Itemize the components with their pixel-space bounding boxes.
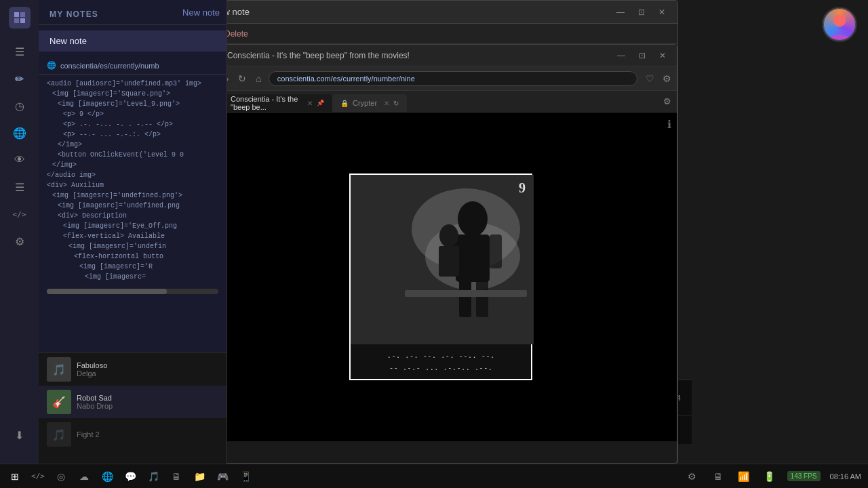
new-note-button[interactable]: New note [182, 7, 220, 18]
info-button[interactable]: ℹ [667, 118, 671, 131]
tab-label: Conscientia - It's the "beep be... [231, 95, 303, 111]
tab-pin-icon: 📌 [317, 100, 324, 106]
download-icon[interactable]: ⬇ [7, 423, 32, 447]
playlist-item[interactable]: 🎵 Fabuloso Delga [39, 353, 226, 386]
code-line: <img [imagesrc]='Eye_Off.png [47, 221, 218, 231]
svg-rect-14 [439, 246, 459, 277]
note-item[interactable]: New note [39, 30, 226, 52]
history-icon[interactable]: ◷ [7, 94, 32, 118]
maximize-button[interactable]: ⊡ [634, 6, 649, 18]
code-line: <img [imagesrc]='Level_9.png'> [47, 99, 218, 109]
tab-label: Crypter [353, 99, 377, 107]
notes-header: MY NOTES New note [39, 0, 226, 25]
svg-rect-12 [476, 280, 488, 317]
playlist-artist: Delga [77, 369, 107, 378]
browser-tabs: 🔒 Conscientia - It's the "beep be... ✕ 📌… [205, 91, 677, 113]
browser-tab-active[interactable]: 🔒 Conscientia - It's the "beep be... ✕ 📌 [210, 94, 332, 112]
svg-point-13 [439, 224, 458, 247]
code-line: <button OnClickEvent('Level 9 0 [47, 150, 218, 160]
svg-rect-8 [456, 235, 490, 282]
eye-icon[interactable]: 👁 [7, 148, 32, 172]
code-scrollbar[interactable] [47, 289, 218, 294]
avatar-image [823, 7, 856, 42]
taskbar-monitor-icon[interactable]: 🖥 [168, 468, 184, 485]
taskbar-wifi-icon[interactable]: 📶 [736, 468, 752, 485]
playlist-item[interactable]: 🎸 Robot Sad Nabo Drop [39, 386, 226, 418]
code-line: <flex-vertical> Available [47, 231, 218, 241]
main-titlebar: New note — ⊡ ✕ [204, 1, 677, 24]
svg-rect-0 [14, 12, 19, 17]
playlist-text: Fabuloso Delga [77, 361, 107, 378]
code-line: </img> [47, 160, 218, 170]
minimize-button[interactable]: — [612, 6, 629, 18]
code-line: <img [imagesrc= [47, 272, 218, 282]
nav-settings-icon[interactable]: ⚙ [663, 73, 671, 84]
playlist-artist: Nabo Drop [77, 402, 113, 410]
plugin-icon[interactable]: ⚙ [7, 229, 32, 253]
bookmark-icon[interactable]: ♡ [646, 73, 654, 84]
code-line: <img [imagesrc]='Square.png'> [47, 89, 218, 99]
main-window: New note — ⊡ ✕ 🗑 Delete 🌐 Conscientia - … [203, 0, 678, 464]
code-line: <div> Description [47, 211, 218, 221]
svg-rect-3 [20, 18, 25, 23]
url-display: conscientia/es/currently/numb [60, 62, 159, 70]
url-bar-row: 🌐 conscientia/es/currently/numb [39, 57, 226, 75]
playlist-title: Fabuloso [77, 361, 107, 369]
tab-settings-icon[interactable]: ⚙ [663, 96, 671, 106]
playlist-thumb: 🎸 [47, 390, 71, 414]
playlist-item[interactable]: 🎵 Fight 2 [39, 418, 226, 451]
reload-button[interactable]: ↻ [235, 72, 249, 85]
code-icon[interactable]: </> [7, 202, 32, 226]
taskbar-cloud-icon[interactable]: ☁ [76, 468, 92, 485]
globe-icon[interactable]: 🌐 [7, 121, 32, 145]
taskbar-right: ⚙ 🖥 📶 🔋 143 FPS 08:16 AM [684, 468, 861, 485]
code-line: <div> Auxilium [47, 180, 218, 190]
code-line: </img> [47, 140, 218, 150]
playlist-text: Robot Sad Nabo Drop [77, 394, 113, 410]
taskbar-monitor2-icon[interactable]: 🖥 [710, 468, 726, 485]
taskbar-game-icon[interactable]: 🎮 [214, 468, 231, 485]
taskbar-code-icon[interactable]: </> [30, 468, 46, 485]
sidebar: ☰ ✏ ◷ 🌐 👁 ☰ </> ⚙ ⬇ [0, 0, 39, 488]
code-content: <audio [audiosrc]='undefined.mp3' img> <… [39, 75, 226, 286]
taskbar-phone-icon[interactable]: 📱 [237, 468, 254, 485]
app-logo [9, 7, 31, 28]
delete-bar: 🗑 Delete [204, 24, 677, 44]
start-button[interactable]: ⊞ [7, 468, 23, 485]
browser-minimize-button[interactable]: — [613, 49, 629, 62]
browser-title-bar: 🌐 Conscientia - It's the "beep beep" fro… [205, 45, 677, 66]
browser-tab-inactive[interactable]: 🔒 Crypter ✕ ↻ [332, 94, 407, 112]
tab-lock-icon: 🔒 [340, 100, 349, 107]
home-button[interactable]: ⌂ [253, 72, 264, 85]
taskbar-folder-icon[interactable]: 📁 [191, 468, 208, 485]
code-line: <p> 9 </p> [47, 109, 218, 119]
taskbar-circle-icon[interactable]: ◎ [53, 468, 69, 485]
svg-rect-10 [490, 235, 502, 268]
tab-close-button[interactable]: ✕ [307, 100, 313, 107]
code-line: <img [imagesrc]='R [47, 262, 218, 272]
svg-point-7 [458, 201, 488, 237]
svg-rect-1 [20, 12, 25, 17]
taskbar-globe-icon[interactable]: 🌐 [99, 468, 115, 485]
menu-icon[interactable]: ☰ [7, 39, 32, 64]
code-line: <flex-horizontal butto [47, 251, 218, 262]
code-scrollbar-thumb[interactable] [47, 289, 167, 294]
close-button[interactable]: ✕ [654, 6, 669, 18]
taskbar-battery-icon[interactable]: 🔋 [762, 468, 778, 485]
svg-rect-11 [459, 280, 471, 317]
browser-restore-button[interactable]: ⊡ [635, 49, 650, 62]
new-note-icon[interactable]: ✏ [7, 66, 32, 91]
notes-list: New note [39, 25, 226, 57]
main-window-title: New note [212, 7, 607, 17]
taskbar-settings-icon[interactable]: ⚙ [684, 468, 701, 485]
taskbar-music-icon[interactable]: 🎵 [145, 468, 161, 485]
tab-close-button[interactable]: ✕ [384, 100, 389, 107]
avatar[interactable] [822, 7, 857, 42]
notes-title: MY NOTES [50, 9, 98, 19]
code-line: <p> .-. -... -. . -.-- </p> [47, 119, 218, 129]
code-line: <img [imagesrc]='undefin [47, 241, 218, 251]
browser-close-button[interactable]: ✕ [655, 49, 670, 62]
list-icon[interactable]: ☰ [7, 175, 32, 199]
taskbar-chat-icon[interactable]: 💬 [122, 468, 138, 485]
address-bar[interactable] [269, 71, 637, 86]
